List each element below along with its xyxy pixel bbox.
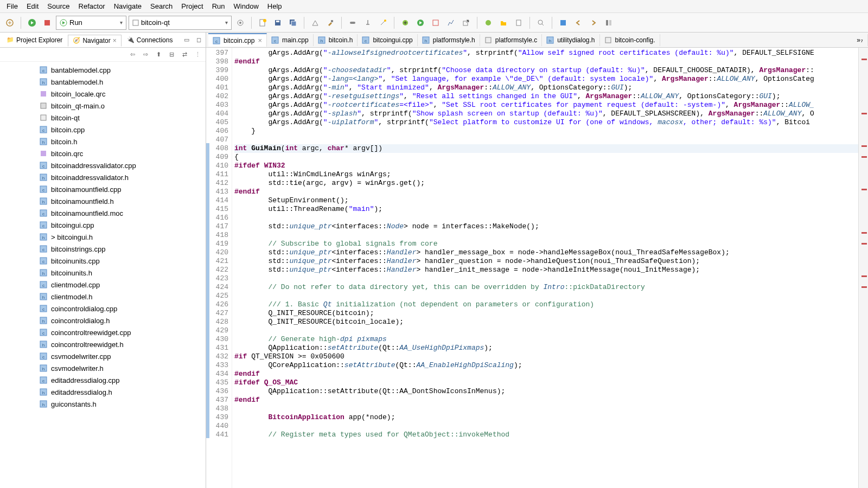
code-line[interactable]: std::unique_ptr<interfaces::Node> node =…	[234, 222, 858, 231]
code-line[interactable]: int GuiMain(int argc, char* argv[])	[234, 144, 858, 153]
code-line[interactable]: #endif	[234, 57, 858, 66]
code-line[interactable]	[234, 274, 858, 283]
file-item[interactable]: hcoincontroldialog.h	[0, 314, 206, 326]
code-line[interactable]	[234, 422, 858, 431]
file-item[interactable]: cbitcoinstrings.cpp	[0, 243, 206, 255]
sidebar-tab-connections[interactable]: 🔌Connections	[123, 35, 177, 46]
code-line[interactable]: // Do not refer to data directory yet, t…	[234, 283, 858, 292]
code-line[interactable]	[234, 326, 858, 335]
maximize-icon[interactable]: ◻	[194, 35, 203, 45]
menu-help[interactable]: Help	[263, 1, 286, 11]
tab-overflow[interactable]: »₇	[852, 34, 868, 46]
editor-tab[interactable]: cbitcoin.cpp×	[208, 33, 267, 47]
debug-icon[interactable]	[399, 16, 412, 29]
close-icon[interactable]: ×	[258, 36, 262, 44]
sidebar-tab-project-explorer[interactable]: 📁Project Explorer	[2, 35, 67, 46]
code-text[interactable]: gArgs.AddArg("-allowselfsignedrootcertif…	[232, 48, 858, 488]
code-line[interactable]: QApplication::setAttribute(Qt::AA_UseHig…	[234, 344, 858, 352]
menu-file[interactable]: File	[2, 1, 22, 11]
drilldown-icon[interactable]	[3, 16, 16, 29]
code-line[interactable]: #endif	[234, 188, 858, 196]
file-item[interactable]: bitcoin_locale.qrc	[0, 88, 206, 100]
new-icon[interactable]	[256, 16, 269, 29]
new-folder-icon[interactable]	[497, 16, 510, 29]
file-item[interactable]: hclientmodel.h	[0, 291, 206, 303]
link-icon[interactable]: ⇄	[180, 50, 189, 60]
pin-icon[interactable]	[361, 16, 374, 29]
code-line[interactable]: /// 1. Basic Qt initialization (not depe…	[234, 300, 858, 309]
file-item[interactable]: h> bitcoingui.h	[0, 231, 206, 243]
profile-icon[interactable]	[444, 16, 457, 29]
code-line[interactable]	[234, 292, 858, 300]
file-item[interactable]: ccoincontroldialog.cpp	[0, 303, 206, 314]
file-item[interactable]: bitcoin.qrc	[0, 147, 206, 159]
code-line[interactable]: // Generate high-dpi pixmaps	[234, 335, 858, 344]
code-line[interactable]: util::ThreadRename("main");	[234, 205, 858, 214]
code-line[interactable]: gArgs.AddArg("-uiplatform", strprintf("S…	[234, 118, 858, 127]
back-icon[interactable]: ⇦	[127, 50, 137, 60]
external-icon[interactable]	[459, 16, 473, 29]
code-line[interactable]	[234, 231, 858, 240]
file-item[interactable]: hcoincontroltreewidget.h	[0, 338, 206, 350]
menu-search[interactable]: Search	[146, 1, 177, 11]
file-item[interactable]: ccoincontroltreewidget.cpp	[0, 326, 206, 338]
file-item[interactable]: heditaddressdialog.h	[0, 386, 206, 398]
menu-edit[interactable]: Edit	[22, 1, 43, 11]
close-icon[interactable]: ×	[113, 37, 117, 44]
stop-button[interactable]	[41, 16, 54, 29]
file-item[interactable]: cbitcoin.cpp	[0, 124, 206, 136]
code-line[interactable]: std::unique_ptr<interfaces::Handler> han…	[234, 248, 858, 257]
back-icon[interactable]	[572, 16, 585, 29]
code-line[interactable]: SetupEnvironment();	[234, 196, 858, 205]
code-line[interactable]: util::WinCmdLineArgs winArgs;	[234, 170, 858, 179]
gear-icon[interactable]	[234, 16, 247, 29]
code-line[interactable]: BitcoinApplication app(*node);	[234, 413, 858, 422]
file-item[interactable]: hcsvmodelwriter.h	[0, 362, 206, 374]
editor-tab[interactable]: bitcoin-config.	[600, 34, 660, 46]
file-item[interactable]: hbitcoin.h	[0, 136, 206, 147]
code-line[interactable]: gArgs.AddArg("-resetguisettings", "Reset…	[234, 92, 858, 101]
search-icon[interactable]	[534, 16, 547, 29]
file-item[interactable]: bitcoin_qt-main.o	[0, 100, 206, 112]
save-all-icon[interactable]	[286, 16, 299, 29]
code-line[interactable]: gArgs.AddArg("-min", "Start minimized", …	[234, 84, 858, 92]
code-line[interactable]: #ifdef Q_OS_MAC	[234, 378, 858, 387]
editor-tab[interactable]: cmain.cpp	[267, 34, 314, 46]
up-icon[interactable]: ⬆	[154, 50, 163, 60]
file-item[interactable]: hbitcoinunits.h	[0, 267, 206, 279]
code-line[interactable]: }	[234, 127, 858, 136]
code-line[interactable]: gArgs.AddArg("-lang=<lang>", "Set langua…	[234, 75, 858, 84]
code-line[interactable]: // Subscribe to global signals from core	[234, 240, 858, 248]
file-item[interactable]: hbantablemodel.h	[0, 76, 206, 88]
code-line[interactable]	[234, 136, 858, 144]
file-item[interactable]: ccsvmodelwriter.cpp	[0, 350, 206, 362]
build-icon[interactable]	[309, 16, 322, 29]
menu-source[interactable]: Source	[43, 1, 74, 11]
code-line[interactable]: gArgs.AddArg("-choosedatadir", strprintf…	[234, 66, 858, 75]
menu-icon[interactable]: ⋮	[193, 50, 202, 60]
code-line[interactable]: gArgs.AddArg("-rootcertificates=<file>",…	[234, 101, 858, 110]
code-line[interactable]: Q_INIT_RESOURCE(bitcoin_locale);	[234, 318, 858, 326]
menu-project[interactable]: Project	[177, 1, 207, 11]
code-line[interactable]: QApplication::setAttribute(Qt::AA_DontSh…	[234, 387, 858, 396]
code-line[interactable]	[234, 404, 858, 413]
code-line[interactable]: #endif	[234, 370, 858, 378]
minimize-icon[interactable]: ▭	[182, 35, 192, 45]
task-icon[interactable]	[557, 16, 570, 29]
overview-ruler[interactable]	[858, 48, 868, 488]
code-line[interactable]: #if QT_VERSION >= 0x050600	[234, 352, 858, 361]
new-class-icon[interactable]	[482, 16, 495, 29]
file-item[interactable]: ceditaddressdialog.cpp	[0, 374, 206, 386]
file-item[interactable]: cbitcoingui.cpp	[0, 219, 206, 231]
editor-tab[interactable]: platformstyle.c	[480, 34, 542, 46]
code-line[interactable]	[234, 214, 858, 222]
forward-icon[interactable]: ⇨	[141, 50, 150, 60]
menu-navigate[interactable]: Navigate	[110, 1, 146, 11]
wand-icon[interactable]	[376, 16, 390, 29]
menu-run[interactable]: Run	[208, 1, 229, 11]
code-line[interactable]: std::unique_ptr<interfaces::Handler> han…	[234, 266, 858, 274]
file-tree[interactable]: cbantablemodel.cpphbantablemodel.hbitcoi…	[0, 62, 206, 488]
run-config-select[interactable]: Run ▾	[56, 16, 126, 30]
file-item[interactable]: cbitcoinaddressvalidator.cpp	[0, 159, 206, 171]
menu-window[interactable]: Window	[229, 1, 263, 11]
